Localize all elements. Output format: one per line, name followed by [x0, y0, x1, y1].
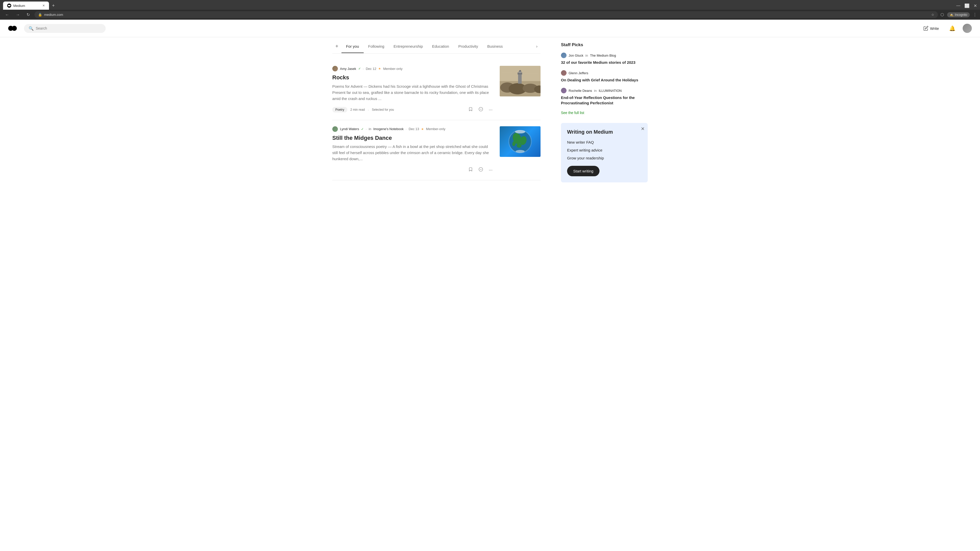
in-label: in — [369, 127, 371, 131]
extensions-icon[interactable]: ⬡ — [940, 12, 944, 17]
reload-button[interactable]: ↻ — [24, 11, 32, 18]
less-like-button[interactable] — [477, 106, 484, 114]
article-meta: Amy Jasek ✓ · Dec 12 ★ Member-only — [332, 66, 493, 71]
tab-favicon — [7, 3, 11, 8]
article-title[interactable]: Rocks — [332, 74, 493, 81]
writing-on-medium-card: ✕ Writing on Medium New writer FAQ Exper… — [561, 123, 648, 183]
tab-following[interactable]: Following — [364, 41, 389, 53]
staff-pick-author[interactable]: Glenn Jeffers — [569, 71, 588, 75]
incognito-badge: 🕵 Incognito — [947, 12, 970, 17]
incognito-icon: 🕵 — [950, 13, 953, 17]
staff-pick-avatar — [561, 88, 566, 94]
verified-icon: ✓ — [361, 127, 364, 131]
writing-card-close-button[interactable]: ✕ — [641, 126, 645, 132]
meta-dot: · — [366, 127, 367, 131]
member-star-icon: ★ — [378, 67, 381, 70]
avatar[interactable] — [963, 24, 972, 33]
writing-card-title: Writing on Medium — [567, 129, 641, 135]
avatar-image — [963, 24, 972, 33]
staff-pick-item: Glenn Jeffers On Dealing with Grief Arou… — [561, 70, 648, 83]
write-label: Write — [930, 26, 939, 30]
tab-productivity[interactable]: Productivity — [454, 41, 483, 53]
article-title[interactable]: Still the Midges Dance — [332, 135, 493, 142]
tab-education[interactable]: Education — [428, 41, 454, 53]
article-thumbnail-image — [500, 66, 541, 97]
svg-rect-12 — [519, 71, 521, 73]
search-input[interactable] — [36, 26, 101, 30]
read-time: 2 min read — [350, 108, 365, 111]
meta-dot: · — [406, 127, 407, 131]
staff-pick-publication[interactable]: The Medium Blog — [590, 54, 616, 57]
staff-pick-title[interactable]: End-of-Year Reflection Questions for the… — [561, 95, 648, 106]
logo-circles — [8, 26, 19, 31]
main-layout: + For you Following Entrepreneurship Edu… — [324, 37, 656, 183]
topics-chevron-button[interactable]: › — [533, 42, 541, 53]
article-actions: ··· — [467, 166, 493, 174]
bookmark-icon[interactable]: ☆ — [931, 13, 934, 17]
menu-icon[interactable]: ⋮ — [973, 12, 977, 17]
new-writer-faq-link[interactable]: New writer FAQ — [567, 140, 641, 144]
selected-badge: Selected for you — [372, 108, 394, 111]
article-meta: Lyndi Waters ✓ · in Imogene's Notebook ·… — [332, 126, 493, 132]
address-bar[interactable]: 🔒 medium.com ☆ — [35, 11, 938, 18]
browser-tab[interactable]: Medium ✕ — [3, 2, 49, 10]
staff-pick-in-label: in — [585, 54, 588, 57]
svg-point-1 — [9, 5, 11, 6]
forward-button[interactable]: → — [14, 11, 22, 18]
article-card: Lyndi Waters ✓ · in Imogene's Notebook ·… — [332, 120, 541, 181]
tab-close-button[interactable]: ✕ — [42, 4, 45, 7]
write-button[interactable]: Write — [920, 24, 942, 33]
url-text: medium.com — [44, 13, 63, 17]
author-avatar — [332, 126, 338, 132]
medium-logo[interactable] — [8, 26, 19, 31]
notification-button[interactable]: 🔔 — [947, 23, 958, 33]
meta-dot: · — [363, 67, 364, 71]
expert-writing-advice-link[interactable]: Expert writing advice — [567, 148, 641, 152]
tab-title: Medium — [13, 4, 25, 8]
new-tab-button[interactable]: + — [50, 2, 57, 10]
article-tag[interactable]: Poetry — [332, 107, 347, 113]
staff-pick-avatar — [561, 52, 566, 58]
article-content: Amy Jasek ✓ · Dec 12 ★ Member-only Rocks… — [332, 66, 493, 114]
add-topic-button[interactable]: + — [332, 41, 342, 53]
back-button[interactable]: ← — [3, 11, 11, 18]
article-date: Dec 12 — [366, 67, 376, 71]
lock-icon: 🔒 — [38, 13, 42, 17]
article-date: Dec 13 — [409, 127, 419, 131]
more-options-button[interactable]: ··· — [488, 166, 493, 174]
article-footer: ··· — [332, 166, 493, 174]
address-bar-row: ← → ↻ 🔒 medium.com ☆ ⬡ 🕵 Incognito ⋮ — [0, 10, 980, 20]
staff-picks-title: Staff Picks — [561, 42, 648, 48]
tab-business[interactable]: Business — [483, 41, 508, 53]
less-like-button[interactable] — [477, 166, 484, 174]
tab-entrepreneurship[interactable]: Entrepreneurship — [389, 41, 428, 53]
staff-pick-meta: Rochelle Deans in ILLUMINATION — [561, 88, 648, 94]
address-bar-icons: ☆ — [931, 13, 934, 17]
window-controls: — ⬜ ✕ — [956, 3, 977, 8]
article-excerpt: Poems for Advent — Dickens had his Scroo… — [332, 83, 493, 102]
grow-readership-link[interactable]: Grow your readership — [567, 156, 641, 160]
search-bar[interactable]: 🔍 — [24, 24, 106, 33]
author-name[interactable]: Amy Jasek — [340, 67, 356, 71]
start-writing-button[interactable]: Start writing — [567, 166, 600, 176]
save-button[interactable] — [467, 166, 474, 174]
close-button[interactable]: ✕ — [974, 3, 977, 8]
staff-pick-title[interactable]: On Dealing with Grief Around the Holiday… — [561, 77, 648, 83]
article-card: Amy Jasek ✓ · Dec 12 ★ Member-only Rocks… — [332, 60, 541, 120]
staff-pick-publication[interactable]: ILLUMINATION — [599, 89, 622, 93]
staff-picks-section: Staff Picks Jon Gluck in The Medium Blog… — [561, 42, 648, 115]
maximize-button[interactable]: ⬜ — [964, 3, 969, 8]
minimize-button[interactable]: — — [956, 3, 960, 8]
save-button[interactable] — [467, 106, 474, 114]
more-options-button[interactable]: ··· — [488, 106, 493, 114]
see-full-list-link[interactable]: See the full list — [561, 111, 648, 115]
staff-pick-author[interactable]: Jon Gluck — [569, 54, 584, 57]
search-icon: 🔍 — [29, 26, 34, 31]
author-name[interactable]: Lyndi Waters — [340, 127, 359, 131]
publication-name[interactable]: Imogene's Notebook — [373, 127, 404, 131]
staff-pick-title[interactable]: 32 of our favorite Medium stories of 202… — [561, 60, 648, 65]
write-icon — [923, 26, 928, 31]
tab-for-you[interactable]: For you — [342, 41, 364, 53]
staff-pick-author[interactable]: Rochelle Deans — [569, 89, 592, 93]
browser-right-icons: ⬡ 🕵 Incognito ⋮ — [940, 12, 977, 17]
